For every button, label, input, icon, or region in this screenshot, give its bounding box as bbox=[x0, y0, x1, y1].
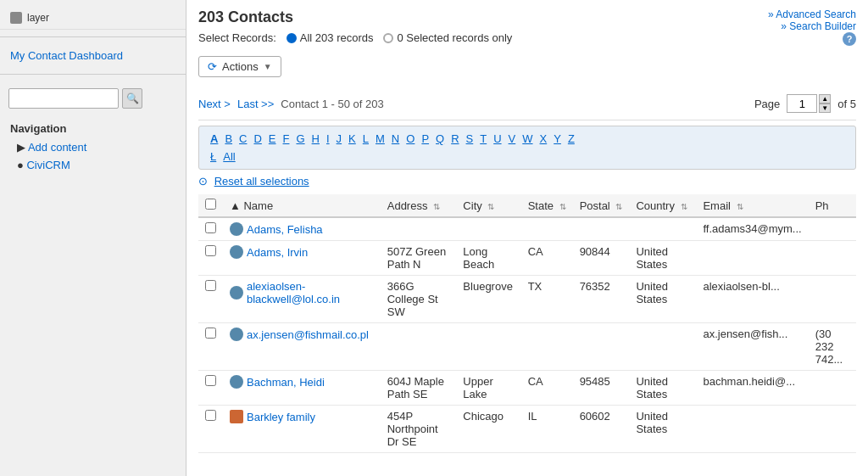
name-cell: Barkley family bbox=[223, 406, 381, 453]
alpha-J[interactable]: J bbox=[334, 132, 345, 146]
alpha-H[interactable]: H bbox=[309, 132, 322, 146]
city-cell: Bluegrove bbox=[456, 276, 520, 323]
alpha-K[interactable]: K bbox=[346, 132, 359, 146]
chevron-down-icon: ▼ bbox=[264, 62, 272, 71]
sidebar-nav-section: Navigation bbox=[0, 115, 186, 138]
state-cell: TX bbox=[521, 276, 573, 323]
select-all-checkbox[interactable] bbox=[205, 199, 216, 210]
alpha-S[interactable]: S bbox=[464, 132, 476, 146]
address-cell: 366G College St SW bbox=[381, 276, 457, 323]
alpha-G[interactable]: G bbox=[293, 132, 307, 146]
sidebar-layer-label: layer bbox=[27, 12, 49, 24]
email-cell: ax.jensen@fish... bbox=[696, 323, 808, 371]
alpha-M[interactable]: M bbox=[373, 132, 387, 146]
sidebar-nav-civicrm[interactable]: ● CiviCRM bbox=[0, 156, 186, 174]
col-country[interactable]: Country ⇅ bbox=[629, 194, 696, 217]
contact-name-link[interactable]: Adams, Irvin bbox=[247, 246, 308, 259]
last-page-link[interactable]: Last >> bbox=[237, 98, 274, 110]
alpha-V[interactable]: V bbox=[506, 132, 519, 146]
page-down-button[interactable]: ▼ bbox=[819, 104, 831, 113]
add-content-link[interactable]: Add content bbox=[28, 141, 86, 154]
row-checkbox-cell bbox=[198, 217, 223, 241]
radio-selected-records[interactable]: 0 Selected records only bbox=[383, 31, 512, 44]
page-up-button[interactable]: ▲ bbox=[819, 94, 831, 104]
col-state[interactable]: State ⇅ bbox=[521, 194, 573, 217]
alpha-Q[interactable]: Q bbox=[433, 132, 447, 146]
row-checkbox-1[interactable] bbox=[205, 245, 216, 256]
col-city[interactable]: City ⇅ bbox=[456, 194, 520, 217]
contact-type-icon bbox=[230, 245, 243, 259]
alpha-C[interactable]: C bbox=[236, 132, 249, 146]
col-email[interactable]: Email ⇅ bbox=[696, 194, 808, 217]
reset-selections-link[interactable]: Reset all selections bbox=[214, 175, 309, 188]
email-cell: bachman.heidi@... bbox=[696, 371, 808, 406]
advanced-search-link[interactable]: » Advanced Search bbox=[768, 8, 856, 20]
sidebar-nav-add-content[interactable]: ▶ Add content bbox=[0, 138, 186, 156]
contact-name-link[interactable]: Bachman, Heidi bbox=[247, 376, 325, 389]
table-row: Barkley family 454P Northpoint Dr SE Chi… bbox=[198, 406, 856, 453]
alpha-W[interactable]: W bbox=[520, 132, 535, 146]
actions-dropdown[interactable]: ⟳ Actions ▼ bbox=[198, 56, 281, 77]
postal-cell bbox=[573, 217, 630, 241]
city-cell: Chicago bbox=[456, 406, 520, 453]
name-cell: Adams, Felisha bbox=[223, 217, 381, 241]
alpha-T[interactable]: T bbox=[477, 132, 489, 146]
alpha-D[interactable]: D bbox=[251, 132, 264, 146]
help-icon[interactable]: ? bbox=[843, 32, 856, 46]
phone-cell bbox=[809, 406, 856, 453]
alpha-I[interactable]: I bbox=[324, 132, 332, 146]
page-number-input[interactable] bbox=[787, 94, 817, 113]
phone-cell bbox=[809, 217, 856, 241]
contact-name-link[interactable]: ax.jensen@fishmail.co.pl bbox=[247, 328, 369, 341]
alpha-L[interactable]: L bbox=[360, 132, 371, 146]
row-checkbox-0[interactable] bbox=[205, 222, 216, 233]
contact-name-link[interactable]: Adams, Felisha bbox=[247, 223, 323, 236]
contact-name-link[interactable]: alexiaolsen-blackwell@lol.co.in bbox=[247, 280, 374, 305]
pagination-row: Next > Last >> Contact 1 - 50 of 203 Pag… bbox=[198, 91, 856, 120]
alpha-E[interactable]: E bbox=[266, 132, 279, 146]
alphabet-bar: A B C D E F G H I J K L M N O P Q R S T … bbox=[198, 126, 856, 170]
postal-cell: 90844 bbox=[573, 241, 630, 276]
next-page-link[interactable]: Next > bbox=[198, 98, 231, 110]
city-cell bbox=[456, 323, 520, 371]
row-checkbox-3[interactable] bbox=[205, 328, 216, 339]
row-checkbox-5[interactable] bbox=[205, 410, 216, 421]
sidebar-search-button[interactable]: 🔍 bbox=[122, 88, 142, 109]
civicrm-link[interactable]: CiviCRM bbox=[26, 159, 70, 171]
reset-circle-icon: ⊙ bbox=[198, 175, 208, 188]
my-contact-dashboard-link[interactable]: My Contact Dashboard bbox=[0, 44, 186, 67]
address-cell: 604J Maple Path SE bbox=[381, 371, 457, 406]
alpha-F[interactable]: F bbox=[281, 132, 292, 146]
alpha-L-stroke[interactable]: Ł bbox=[208, 149, 219, 164]
row-checkbox-2[interactable] bbox=[205, 280, 216, 291]
state-cell: CA bbox=[521, 241, 573, 276]
alpha-all[interactable]: All bbox=[220, 149, 237, 164]
alpha-O[interactable]: O bbox=[403, 132, 417, 146]
alpha-N[interactable]: N bbox=[389, 132, 402, 146]
col-postal[interactable]: Postal ⇅ bbox=[573, 194, 630, 217]
radio-all-records[interactable]: All 203 records bbox=[287, 31, 374, 44]
state-cell: CA bbox=[521, 371, 573, 406]
city-cell: Upper Lake bbox=[456, 371, 520, 406]
col-address[interactable]: Address ⇅ bbox=[381, 194, 457, 217]
alpha-U[interactable]: U bbox=[491, 132, 504, 146]
alpha-A[interactable]: A bbox=[208, 132, 220, 146]
email-cell: ff.adams34@mym... bbox=[696, 217, 808, 241]
sidebar-search-input[interactable] bbox=[8, 88, 119, 109]
contact-name-link[interactable]: Barkley family bbox=[247, 411, 315, 423]
alpha-R[interactable]: R bbox=[448, 132, 461, 146]
row-checkbox-4[interactable] bbox=[205, 375, 216, 386]
table-body: Adams, Felisha ff.adams34@mym... Adams, … bbox=[198, 217, 856, 453]
name-cell: Adams, Irvin bbox=[223, 241, 381, 276]
alpha-X[interactable]: X bbox=[537, 132, 550, 146]
alpha-Z[interactable]: Z bbox=[565, 132, 577, 146]
of-total-pages: of 5 bbox=[837, 98, 856, 110]
alpha-P[interactable]: P bbox=[419, 132, 431, 146]
row-checkbox-cell bbox=[198, 276, 223, 323]
search-builder-link[interactable]: » Search Builder bbox=[768, 20, 856, 32]
alpha-B[interactable]: B bbox=[222, 132, 235, 146]
alpha-Y[interactable]: Y bbox=[551, 132, 564, 146]
state-cell: IL bbox=[521, 406, 573, 453]
radio-all-icon bbox=[287, 33, 297, 43]
phone-cell bbox=[809, 371, 856, 406]
